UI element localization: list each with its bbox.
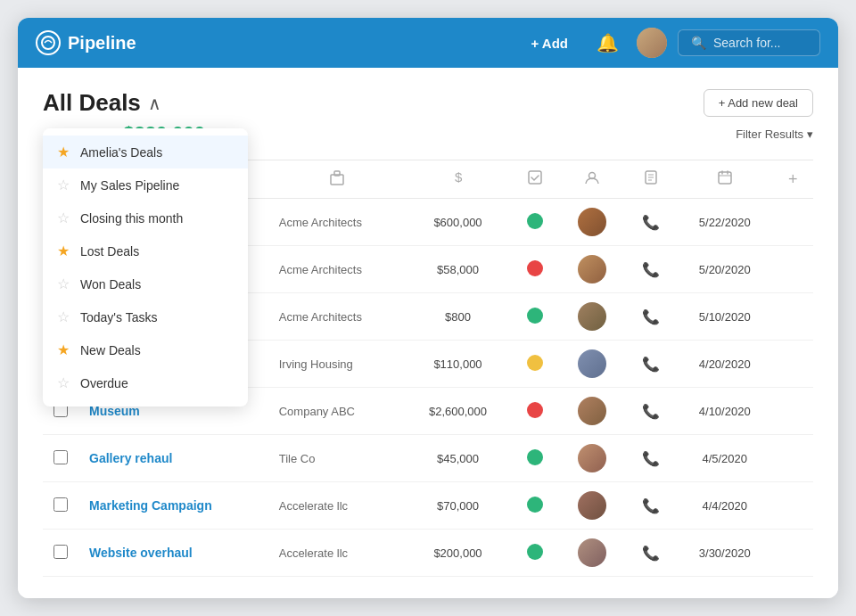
phone-cell[interactable]: 📞 — [625, 341, 677, 388]
company-cell: Company ABC — [268, 388, 406, 435]
amount-cell: $600,000 — [406, 199, 510, 246]
logo: Pipeline — [36, 30, 509, 55]
row-checkbox[interactable] — [54, 545, 68, 559]
filter-label: Filter Results — [736, 127, 803, 141]
status-dot-green — [527, 544, 543, 560]
title-row: All Deals ∧ — [43, 89, 161, 117]
row-checkbox[interactable] — [54, 497, 68, 512]
contact-header — [559, 160, 625, 199]
status-dot-red — [527, 260, 543, 276]
contact-cell[interactable] — [559, 530, 625, 577]
company-cell: Accelerate llc — [268, 530, 406, 577]
amount-cell: $70,000 — [406, 482, 510, 530]
dropdown-item-todays-tasks[interactable]: ☆ Today's Tasks — [43, 300, 248, 333]
row-checkbox-cell[interactable] — [43, 482, 78, 530]
star-empty-icon: ☆ — [57, 275, 70, 292]
page-title: All Deals — [43, 89, 141, 117]
filter-results-button[interactable]: Filter Results ▾ — [736, 127, 813, 141]
row-checkbox[interactable] — [54, 450, 68, 464]
status-header — [510, 160, 559, 199]
dropdown-item-label: Overdue — [80, 376, 128, 390]
deal-name-cell[interactable]: Gallery rehaul — [78, 435, 268, 482]
action-cell — [773, 482, 813, 530]
table-row: Marketing Campaign Accelerate llc $70,00… — [43, 482, 813, 530]
deal-name-cell[interactable]: Website overhaul — [78, 530, 268, 577]
add-column-header[interactable]: + — [773, 160, 813, 199]
phone-cell[interactable]: 📞 — [625, 530, 677, 577]
dropdown-item-closing-this-month[interactable]: ☆ Closing this month — [43, 201, 248, 234]
dropdown-item-won-deals[interactable]: ☆ Won Deals — [43, 267, 248, 300]
phone-cell[interactable]: 📞 — [625, 199, 677, 246]
date-cell: 4/4/2020 — [677, 482, 773, 530]
app-window: Pipeline + Add 🔔 🔍 Search for... All Dea… — [18, 18, 838, 598]
status-cell — [510, 293, 559, 341]
svg-rect-10 — [719, 172, 731, 184]
status-cell — [510, 530, 559, 577]
phone-icon: 📞 — [642, 546, 660, 561]
phone-icon: 📞 — [642, 498, 660, 513]
table-row: Website overhaul Accelerate llc $200,000… — [43, 530, 813, 577]
add-column-button[interactable]: + — [788, 170, 798, 189]
amount-cell: $58,000 — [406, 246, 510, 293]
amount-cell: $800 — [406, 293, 510, 341]
date-cell: 4/5/2020 — [677, 435, 773, 482]
star-filled-icon: ★ — [57, 341, 70, 358]
dropdown-item-overdue[interactable]: ☆ Overdue — [43, 366, 248, 399]
dropdown-item-lost-deals[interactable]: ★ Lost Deals — [43, 234, 248, 267]
company-cell: Acme Architects — [268, 246, 406, 293]
status-cell — [510, 341, 559, 388]
row-checkbox-cell[interactable] — [43, 530, 78, 577]
status-dot-green — [527, 449, 543, 465]
star-empty-icon: ☆ — [57, 209, 70, 226]
notifications-bell-icon[interactable]: 🔔 — [589, 29, 626, 57]
star-empty-icon: ☆ — [57, 177, 70, 193]
dropdown-item-amelias-deals[interactable]: ★ Amelia's Deals — [43, 136, 248, 168]
amount-cell: $2,600,000 — [406, 388, 510, 435]
contact-cell[interactable] — [559, 388, 625, 435]
add-button[interactable]: + Add — [520, 30, 579, 56]
date-cell: 5/10/2020 — [677, 293, 773, 341]
contact-cell[interactable] — [559, 199, 625, 246]
contact-cell[interactable] — [559, 435, 625, 482]
top-navigation: Pipeline + Add 🔔 🔍 Search for... — [18, 18, 838, 68]
contact-cell[interactable] — [559, 482, 625, 530]
status-cell — [510, 199, 559, 246]
logo-text: Pipeline — [68, 33, 136, 53]
contact-cell[interactable] — [559, 246, 625, 293]
contact-cell[interactable] — [559, 293, 625, 341]
chevron-down-icon: ▾ — [807, 127, 813, 141]
add-new-deal-button[interactable]: + Add new deal — [704, 89, 813, 117]
date-header — [677, 160, 773, 199]
date-cell: 4/20/2020 — [677, 341, 773, 388]
phone-icon: 📞 — [642, 404, 660, 419]
company-cell: Acme Architects — [268, 293, 406, 341]
dropdown-item-label: Won Deals — [80, 277, 141, 292]
status-dot-green — [527, 213, 543, 229]
contact-cell[interactable] — [559, 341, 625, 388]
status-dot-yellow — [527, 355, 543, 371]
action-cell — [773, 199, 813, 246]
action-cell — [773, 246, 813, 293]
dropdown-item-label: Today's Tasks — [80, 310, 157, 324]
status-cell — [510, 246, 559, 293]
amount-cell: $200,000 — [406, 530, 510, 577]
chevron-up-icon[interactable]: ∧ — [148, 93, 161, 114]
dropdown-item-my-sales-pipeline[interactable]: ☆ My Sales Pipeline — [43, 168, 248, 201]
avatar[interactable] — [637, 28, 667, 58]
phone-cell[interactable]: 📞 — [625, 246, 677, 293]
phone-cell[interactable]: 📞 — [625, 482, 677, 530]
dropdown-item-new-deals[interactable]: ★ New Deals — [43, 333, 248, 366]
row-checkbox-cell[interactable] — [43, 435, 78, 482]
svg-text:$: $ — [455, 169, 463, 185]
status-cell — [510, 435, 559, 482]
status-dot-green — [527, 308, 543, 324]
phone-cell[interactable]: 📞 — [625, 293, 677, 341]
phone-cell[interactable]: 📞 — [625, 388, 677, 435]
svg-point-0 — [42, 37, 54, 49]
status-cell — [510, 482, 559, 530]
phone-cell[interactable]: 📞 — [625, 435, 677, 482]
search-bar[interactable]: 🔍 Search for... — [678, 29, 820, 56]
svg-rect-4 — [529, 171, 541, 184]
action-cell — [773, 293, 813, 341]
deal-name-cell[interactable]: Marketing Campaign — [78, 482, 268, 530]
